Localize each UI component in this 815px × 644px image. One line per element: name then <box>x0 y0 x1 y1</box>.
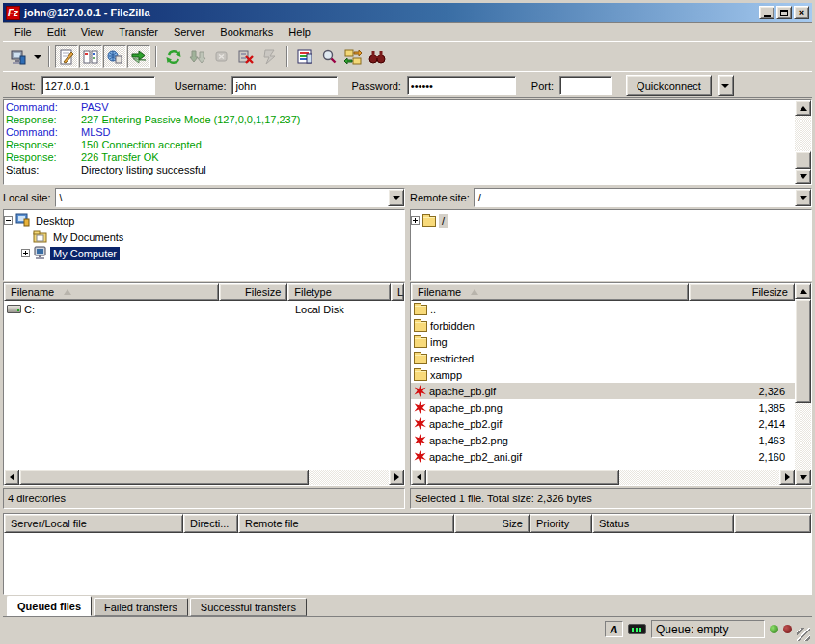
process-queue-button[interactable] <box>186 45 209 68</box>
queue-col-server-local-file[interactable]: Server/Local file <box>4 514 183 533</box>
remote-site-combo[interactable]: / <box>474 188 812 207</box>
message-log[interactable]: Command:PASV Response:227 Entering Passi… <box>4 100 795 184</box>
synchronized-browsing-button[interactable] <box>341 45 365 68</box>
chevron-down-icon <box>800 196 807 200</box>
scrollbar-thumb[interactable] <box>19 470 309 485</box>
image-file-icon <box>414 434 426 446</box>
port-input[interactable] <box>559 76 612 95</box>
remote-site-dropdown-button[interactable] <box>795 189 811 206</box>
remote-col-filesize[interactable]: Filesize <box>689 283 795 301</box>
remote-col-filename[interactable]: Filename <box>411 283 689 301</box>
local-col-last-modified[interactable]: L <box>391 283 404 301</box>
quickconnect-dropdown-button[interactable] <box>718 75 734 96</box>
toggle-message-log-button[interactable] <box>55 45 78 68</box>
menu-file[interactable]: File <box>7 24 40 40</box>
local-col-filetype[interactable]: Filetype <box>287 283 391 301</box>
scroll-down-button[interactable] <box>795 169 811 184</box>
queue-col-size[interactable]: Size <box>454 514 530 533</box>
resize-grip[interactable] <box>797 628 810 641</box>
queue-col-priority[interactable]: Priority <box>530 514 592 533</box>
local-horizontal-scrollbar[interactable] <box>4 470 404 485</box>
queue-col-remote-file[interactable]: Remote file <box>238 514 454 533</box>
scroll-up-button[interactable] <box>795 283 811 299</box>
scrollbar-thumb[interactable] <box>426 470 619 485</box>
tab-failed-transfers[interactable]: Failed transfers <box>94 598 188 616</box>
directory-comparison-button[interactable] <box>317 45 340 68</box>
find-files-button[interactable] <box>366 45 389 68</box>
scroll-up-button[interactable] <box>795 100 811 116</box>
local-directory-tree[interactable]: Desktop My Documents <box>3 209 405 281</box>
site-manager-button[interactable] <box>7 45 30 68</box>
tree-item-my-documents[interactable]: My Documents <box>21 228 404 245</box>
close-button[interactable]: × <box>794 6 809 19</box>
message-log-icon <box>58 48 75 66</box>
host-input[interactable] <box>41 76 155 95</box>
tree-item-my-computer[interactable]: My Computer <box>21 245 404 261</box>
remote-file-row[interactable]: apache_pb2_ani.gif2,160 <box>411 448 795 465</box>
scroll-left-button[interactable] <box>411 470 426 485</box>
toggle-local-tree-button[interactable] <box>79 45 102 68</box>
remote-file-row[interactable]: apache_pb2.gif2,414 <box>411 416 795 432</box>
remote-file-row-selected[interactable]: apache_pb.gif2,326 <box>411 383 795 399</box>
toggle-remote-tree-button[interactable] <box>103 45 126 68</box>
local-status-text: 4 directories <box>3 488 405 509</box>
menu-server[interactable]: Server <box>166 24 212 40</box>
expand-expander-icon[interactable] <box>411 216 420 225</box>
queue-list-body[interactable] <box>4 533 811 594</box>
local-col-filename[interactable]: Filename <box>4 283 219 301</box>
quickconnect-button[interactable]: Quickconnect <box>626 75 712 96</box>
ascii-type-icon: A <box>611 624 618 635</box>
log-vertical-scrollbar[interactable] <box>795 100 811 184</box>
remote-file-row[interactable]: forbidden <box>411 317 795 334</box>
remote-file-row[interactable]: xampp <box>411 366 795 383</box>
menu-transfer[interactable]: Transfer <box>111 24 166 40</box>
queue-col-status[interactable]: Status <box>592 514 734 533</box>
cancel-operation-button[interactable] <box>210 45 233 68</box>
directory-listing-filters-button[interactable] <box>293 45 316 68</box>
tab-queued-files[interactable]: Queued files <box>7 596 92 616</box>
remote-file-row[interactable]: restricted <box>411 350 795 366</box>
remote-directory-tree[interactable]: / <box>410 209 812 281</box>
refresh-button[interactable] <box>162 45 185 68</box>
remote-file-row[interactable]: apache_pb2.png1,463 <box>411 432 795 448</box>
toggle-transfer-queue-button[interactable] <box>127 45 150 68</box>
menu-view[interactable]: View <box>73 24 112 40</box>
menu-bookmarks[interactable]: Bookmarks <box>212 24 281 40</box>
local-file-row[interactable]: C: Local Disk <box>4 301 404 317</box>
menu-help[interactable]: Help <box>281 24 318 40</box>
remote-horizontal-scrollbar[interactable] <box>411 470 795 485</box>
scroll-right-button[interactable] <box>779 470 795 485</box>
remote-file-row[interactable]: img <box>411 334 795 350</box>
local-file-list-body[interactable]: C: Local Disk <box>4 301 404 470</box>
speed-limits-indicator[interactable] <box>628 621 646 637</box>
local-col-filesize[interactable]: Filesize <box>219 283 287 301</box>
scrollbar-thumb[interactable] <box>795 299 811 403</box>
queue-col-direction[interactable]: Directi... <box>183 514 238 533</box>
scrollbar-thumb[interactable] <box>795 151 811 169</box>
tree-item-desktop[interactable]: Desktop <box>4 212 404 228</box>
remote-file-list-body[interactable]: .. forbidden img restricted xampp apache… <box>411 301 795 470</box>
username-input[interactable] <box>231 76 338 95</box>
transfer-type-indicator[interactable]: A <box>605 621 623 637</box>
remote-vertical-scrollbar[interactable] <box>795 283 811 485</box>
tab-successful-transfers[interactable]: Successful transfers <box>190 598 307 616</box>
remote-file-row[interactable]: apache_pb.png1,385 <box>411 399 795 416</box>
tree-item-root[interactable]: / <box>411 212 811 228</box>
collapse-expander-icon[interactable] <box>4 216 13 225</box>
toolbar-separator <box>155 46 157 67</box>
expand-expander-icon[interactable] <box>21 249 30 257</box>
scroll-right-button[interactable] <box>389 470 404 485</box>
minimize-button[interactable] <box>759 6 774 19</box>
scroll-down-button[interactable] <box>795 470 811 485</box>
disconnect-button[interactable] <box>234 45 258 68</box>
maximize-button[interactable] <box>776 6 792 19</box>
local-site-combo[interactable]: \ <box>55 188 405 207</box>
password-input[interactable] <box>407 76 516 95</box>
scroll-left-button[interactable] <box>4 470 19 485</box>
sort-ascending-icon <box>64 289 71 295</box>
menu-edit[interactable]: Edit <box>40 24 73 40</box>
remote-file-row[interactable]: .. <box>411 301 795 317</box>
reconnect-button[interactable] <box>258 45 282 68</box>
local-site-dropdown-button[interactable] <box>388 189 404 206</box>
site-manager-dropdown-button[interactable] <box>31 45 43 68</box>
